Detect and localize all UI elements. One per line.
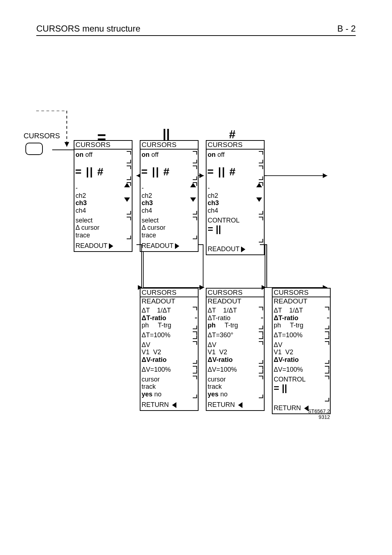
menu-box-equal: CURSORS on off = || # - ch2 ch3 ch4 [74, 140, 132, 252]
readout-box-3: CURSORS READOUT ΔT 1/ΔT ΔT-ratio ph T-tr… [272, 288, 331, 414]
control-symbol: = || [208, 224, 263, 235]
ch-dash: - [75, 184, 131, 192]
ch4: ch4 [75, 207, 131, 215]
return-button[interactable]: RETURN [142, 401, 169, 408]
menu-title: CURSORS [74, 141, 132, 150]
page-number: B - 2 [337, 24, 356, 34]
trace: trace [75, 232, 131, 239]
svg-marker-6 [199, 173, 204, 178]
page-title: CURSORS menu structure [36, 24, 140, 34]
mode-hash-header: # [225, 128, 240, 141]
doc-id: ST6567.2 9312 [294, 408, 330, 420]
readout-box-2: CURSORS READOUT ΔT 1/ΔT ΔT-ratio ph T-tr… [206, 288, 265, 411]
ch3: ch3 [75, 199, 131, 207]
mode-vertical-header: || [159, 127, 173, 142]
on-label: on [75, 151, 83, 158]
off-label: off [85, 151, 93, 158]
readout-box-1: CURSORS READOUT ΔT 1/ΔT ΔT-ratio ph T-tr… [140, 288, 199, 411]
left-icon [172, 402, 176, 408]
menu-box-hash: CURSORS on off = || # - ch2 ch3 ch4 [206, 140, 265, 255]
ch2: ch2 [75, 192, 131, 200]
right-icon [109, 243, 113, 249]
softkey-cursors[interactable] [25, 143, 43, 155]
down-icon [124, 197, 130, 202]
svg-marker-10 [323, 173, 327, 178]
menu-box-vertical: CURSORS on off = || # - ch2 ch3 ch4 [140, 140, 199, 252]
readout[interactable]: READOUT [75, 242, 107, 249]
svg-marker-15 [200, 285, 204, 290]
mode-row: = || # [75, 166, 104, 177]
readout-subtitle: READOUT [140, 297, 198, 305]
control: CONTROL [208, 217, 263, 224]
root-label: CURSORS [24, 132, 60, 140]
delta-cursor: Δ cursor [75, 224, 131, 232]
svg-marker-0 [65, 142, 69, 147]
svg-marker-11 [199, 285, 204, 290]
select: select [75, 217, 131, 224]
